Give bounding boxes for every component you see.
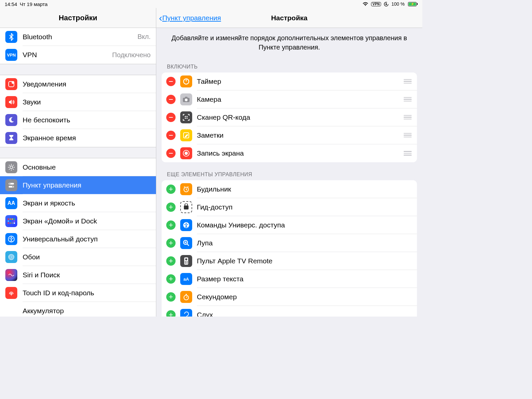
- drag-handle-icon[interactable]: [404, 151, 412, 156]
- sidebar-item-status: Вкл.: [137, 33, 151, 41]
- control-label: Таймер: [197, 77, 404, 85]
- sidebar-header: Настройки: [0, 8, 156, 28]
- status-date: Чт 19 марта: [20, 1, 48, 7]
- detail-title: Настройка: [271, 14, 308, 22]
- timer-icon: [180, 75, 192, 87]
- sidebar-item-vpn[interactable]: VPNVPNПодключено: [0, 46, 156, 64]
- sidebar-item-label: Touch ID и код-пароль: [23, 289, 151, 297]
- add-button[interactable]: [166, 310, 176, 317]
- remove-button[interactable]: [166, 95, 176, 104]
- vpn-indicator: VPN: [371, 2, 381, 6]
- drag-handle-icon[interactable]: [404, 79, 412, 84]
- remove-button[interactable]: [166, 149, 176, 158]
- sidebar-item-label: Экран «Домой» и Dock: [23, 217, 151, 225]
- add-button[interactable]: [166, 185, 176, 194]
- back-label: Пункт управления: [162, 14, 221, 22]
- drag-handle-icon[interactable]: [404, 97, 412, 102]
- remove-button[interactable]: [166, 113, 176, 122]
- add-button[interactable]: [166, 202, 176, 212]
- svg-point-16: [12, 186, 14, 188]
- sidebar-item-label: Универсальный доступ: [23, 235, 151, 243]
- svg-rect-44: [185, 261, 186, 262]
- svg-rect-30: [187, 118, 188, 119]
- control-row-qr: Сканер QR-кода: [162, 108, 417, 126]
- batt-icon: [5, 305, 17, 317]
- svg-point-37: [186, 223, 187, 224]
- sidebar-item-label: Экранное время: [23, 134, 151, 142]
- status-bar: 14:54 Чт 19 марта VPN 100 % ⚡: [0, 0, 422, 8]
- control-row-appletv: Пульт Apple TV Remote: [162, 252, 417, 270]
- control-label: Сканер QR-кода: [197, 113, 404, 121]
- control-row-camera: Камера: [162, 90, 417, 108]
- control-label: Секундомер: [197, 293, 412, 301]
- add-button[interactable]: [166, 220, 176, 230]
- control-row-access-cmd: Команды Универс. доступа: [162, 216, 417, 234]
- sidebar-item-general[interactable]: Основные: [0, 158, 156, 176]
- control-label: Гид-доступ: [197, 203, 412, 211]
- control-row-guided: Гид-доступ: [162, 198, 417, 216]
- control-label: Размер текста: [197, 275, 412, 283]
- sidebar-item-battery[interactable]: Аккумулятор: [0, 302, 156, 317]
- sidebar-item-home[interactable]: Экран «Домой» и Dock: [0, 212, 156, 230]
- sidebar-item-bluetooth[interactable]: BluetoothВкл.: [0, 28, 156, 46]
- sidebar-item-sounds[interactable]: Звуки: [0, 93, 156, 111]
- svg-rect-45: [187, 261, 188, 262]
- sidebar-item-siri[interactable]: Siri и Поиск: [0, 266, 156, 284]
- detail-body[interactable]: Добавляйте и изменяйте порядок дополните…: [156, 28, 422, 317]
- drag-handle-icon[interactable]: [404, 133, 412, 138]
- sidebar-item-status: Подключено: [112, 51, 151, 59]
- notif-icon: [5, 78, 17, 90]
- sidebar-item-label: Основные: [23, 163, 151, 171]
- control-row-notes: Заметки: [162, 126, 417, 144]
- sidebar-item-dnd[interactable]: Не беспокоить: [0, 111, 156, 129]
- sidebar-item-control-center[interactable]: Пункт управления: [0, 176, 156, 194]
- add-button[interactable]: [166, 292, 176, 302]
- svg-rect-1: [386, 4, 387, 5]
- sidebar-item-display[interactable]: AAЭкран и яркость: [0, 194, 156, 212]
- remove-button[interactable]: [166, 131, 176, 140]
- aa-icon: AA: [5, 197, 17, 209]
- sidebar-item-wallpaper[interactable]: Обои: [0, 248, 156, 266]
- detail-pane: ‹ Пункт управления Настройка Добавляйте …: [156, 8, 422, 317]
- gear-icon: [5, 161, 17, 173]
- control-row-magnifier: Лупа: [162, 234, 417, 252]
- svg-line-9: [9, 165, 10, 166]
- wall-icon: [5, 251, 17, 263]
- control-label: Камера: [197, 95, 404, 103]
- svg-rect-27: [185, 116, 186, 117]
- control-row-timer: Таймер: [162, 72, 417, 90]
- sidebar-item-label: Обои: [23, 253, 151, 261]
- control-label: Будильник: [197, 185, 412, 193]
- add-button[interactable]: [166, 274, 176, 284]
- sidebar-item-touchid[interactable]: Touch ID и код-пароль: [0, 284, 156, 302]
- notes-icon: [180, 129, 192, 141]
- access-icon: [5, 233, 17, 245]
- wifi-icon: [362, 2, 368, 6]
- svg-point-18: [11, 237, 12, 238]
- sidebar-item-label: Уведомления: [23, 80, 151, 88]
- svg-line-11: [9, 169, 10, 170]
- sidebar-item-screentime[interactable]: Экранное время: [0, 129, 156, 147]
- battery-icon: ⚡: [407, 2, 418, 6]
- sidebar-scroll[interactable]: BluetoothВкл.VPNVPNПодключено Уведомлени…: [0, 28, 156, 317]
- qr-icon: [180, 111, 192, 123]
- sidebar-item-notifications[interactable]: Уведомления: [0, 75, 156, 93]
- sidebar-item-label: Аккумулятор: [23, 307, 151, 315]
- sidebar-item-accessibility[interactable]: Универсальный доступ: [0, 230, 156, 248]
- drag-handle-icon[interactable]: [404, 115, 412, 120]
- hourglass-icon: [5, 132, 17, 144]
- add-button[interactable]: [166, 238, 176, 248]
- control-label: Запись экрана: [197, 149, 404, 157]
- svg-rect-28: [187, 116, 188, 117]
- control-row-textsize: аАРазмер текста: [162, 270, 417, 288]
- stopwatch-icon: [180, 291, 192, 303]
- remove-button[interactable]: [166, 77, 176, 86]
- sidebar-item-label: Звуки: [23, 98, 151, 106]
- back-button[interactable]: ‹ Пункт управления: [159, 13, 221, 23]
- chevron-left-icon: ‹: [159, 13, 162, 23]
- rotation-lock-icon: [384, 2, 389, 7]
- detail-description: Добавляйте и изменяйте порядок дополните…: [156, 28, 422, 55]
- control-label: Слух: [197, 311, 412, 317]
- add-button[interactable]: [166, 256, 176, 266]
- access-cmd-icon: [180, 219, 192, 231]
